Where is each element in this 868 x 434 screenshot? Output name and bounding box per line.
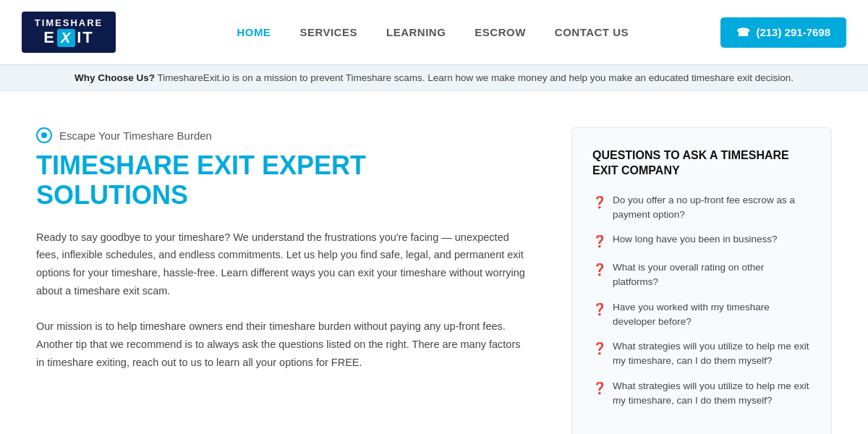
- logo-it: IT: [77, 28, 94, 47]
- heading-line2: SOLUTIONS: [36, 180, 188, 210]
- main-heading: TIMESHARE EXIT EXPERT SOLUTIONS: [36, 150, 528, 210]
- phone-icon: ☎: [736, 26, 750, 39]
- question-text-4: Have you worked with my timeshare develo…: [613, 300, 811, 330]
- banner-bold: Why Choose Us?: [75, 72, 155, 83]
- question-item: ❓ How long have you been in business?: [592, 232, 811, 250]
- nav-links: HOME SERVICES LEARNING ESCROW CONTACT US: [145, 26, 720, 38]
- question-icon-3: ❓: [592, 261, 607, 278]
- question-icon-5: ❓: [592, 340, 607, 357]
- question-icon-4: ❓: [592, 301, 607, 318]
- main-content: Escape Your Timeshare Burden TIMESHARE E…: [0, 91, 868, 434]
- left-column: Escape Your Timeshare Burden TIMESHARE E…: [36, 127, 542, 434]
- info-banner: Why Choose Us? TimeshareExit.io is on a …: [0, 65, 868, 91]
- question-item: ❓ What is your overall rating on other p…: [592, 260, 811, 290]
- sidebar-title: QUESTIONS TO ASK A TIMESHARE EXIT COMPAN…: [592, 148, 811, 179]
- question-icon-6: ❓: [592, 380, 607, 397]
- body-text-1: Ready to say goodbye to your timeshare? …: [36, 229, 528, 300]
- sidebar: QUESTIONS TO ASK A TIMESHARE EXIT COMPAN…: [571, 127, 832, 434]
- question-item: ❓ What strategies will you utilize to he…: [592, 379, 811, 409]
- question-item: ❓ Have you worked with my timeshare deve…: [592, 300, 811, 330]
- nav-home[interactable]: HOME: [237, 26, 271, 38]
- nav-learning[interactable]: LEARNING: [386, 26, 446, 38]
- question-icon-1: ❓: [592, 194, 607, 211]
- logo[interactable]: TIMESHARE EXIT: [22, 12, 116, 53]
- subtitle-text: Escape Your Timeshare Burden: [59, 129, 212, 142]
- question-item: ❓ Do you offer a no up-front fee escrow …: [592, 193, 811, 223]
- nav-escrow[interactable]: ESCROW: [475, 26, 526, 38]
- phone-button[interactable]: ☎ (213) 291-7698: [720, 17, 846, 48]
- question-icon-2: ❓: [592, 233, 607, 250]
- question-list: ❓ Do you offer a no up-front fee escrow …: [592, 193, 811, 409]
- question-text-5: What strategies will you utilize to help…: [613, 339, 811, 369]
- circle-icon: [36, 127, 52, 143]
- body-text-2: Our mission is to help timeshare owners …: [36, 318, 528, 371]
- phone-number: (213) 291-7698: [756, 26, 830, 38]
- banner-text: TimeshareExit.io is on a mission to prev…: [155, 72, 793, 83]
- logo-top-text: TIMESHARE: [35, 17, 103, 28]
- nav-contact-us[interactable]: CONTACT US: [555, 26, 629, 38]
- question-text-1: Do you offer a no up-front fee escrow as…: [613, 193, 811, 223]
- logo-x: X: [57, 29, 75, 47]
- nav-services[interactable]: SERVICES: [299, 26, 357, 38]
- logo-bottom-text: EXIT: [43, 28, 94, 47]
- subtitle-line: Escape Your Timeshare Burden: [36, 127, 528, 143]
- heading-line1: TIMESHARE EXIT EXPERT: [36, 150, 366, 180]
- question-item: ❓ What strategies will you utilize to he…: [592, 339, 811, 369]
- question-text-6: What strategies will you utilize to help…: [613, 379, 811, 409]
- circle-inner: [41, 132, 47, 138]
- navbar: TIMESHARE EXIT HOME SERVICES LEARNING ES…: [0, 0, 868, 65]
- question-text-3: What is your overall rating on other pla…: [613, 260, 811, 290]
- logo-e: E: [43, 28, 56, 47]
- question-text-2: How long have you been in business?: [613, 232, 777, 247]
